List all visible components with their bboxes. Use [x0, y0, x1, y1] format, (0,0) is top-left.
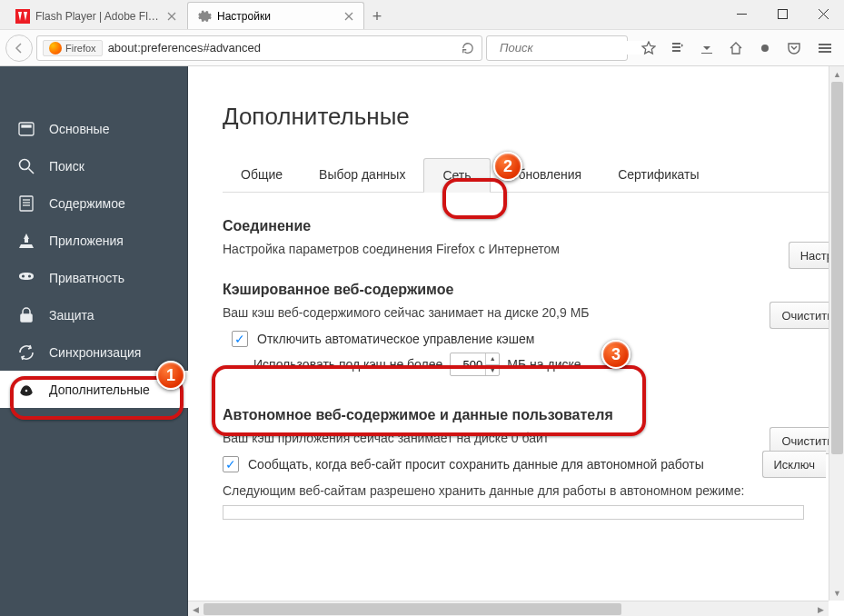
preferences-sidebar: Основные Поиск Содержимое Приложения При… — [0, 66, 188, 616]
sidebar-item-sync[interactable]: Синхронизация — [0, 333, 188, 371]
svg-rect-15 — [819, 44, 831, 45]
close-icon[interactable] — [342, 9, 356, 24]
section-offline: Автономное веб-содержимое и данные польз… — [223, 407, 844, 520]
svg-point-26 — [22, 274, 25, 277]
close-icon[interactable] — [164, 9, 179, 24]
sidebar-item-search[interactable]: Поиск — [0, 147, 188, 184]
search-icon — [16, 156, 36, 176]
new-tab-button[interactable]: + — [364, 4, 390, 29]
content-icon — [16, 194, 36, 214]
svg-rect-12 — [672, 46, 680, 48]
bookmark-star-icon[interactable] — [635, 35, 662, 61]
svg-point-14 — [761, 45, 769, 52]
search-bar[interactable] — [486, 35, 628, 61]
sidebar-item-label: Синхронизация — [49, 345, 141, 360]
section-cache: Кэшированное веб-содержимое Ваш кэш веб-… — [223, 282, 844, 376]
privacy-icon — [16, 268, 36, 288]
disable-cache-label: Отключить автоматическое управление кэше… — [257, 332, 534, 346]
home-icon[interactable] — [722, 35, 750, 61]
scrollbar-thumb[interactable] — [204, 603, 621, 615]
cache-limit-value[interactable] — [451, 358, 485, 372]
toolbar-actions — [631, 35, 808, 61]
downloads-icon[interactable] — [693, 35, 720, 61]
sidebar-item-security[interactable]: Защита — [0, 296, 188, 333]
lock-icon — [16, 305, 36, 325]
page-title: Дополнительные — [223, 103, 844, 131]
tab-general[interactable]: Общие — [223, 158, 301, 192]
notify-offline-checkbox[interactable]: ✓ — [223, 456, 239, 472]
tab-network[interactable]: Сеть — [423, 158, 490, 193]
section-desc: Настройка параметров соединения Firefox … — [223, 242, 826, 256]
offline-sites-listbox[interactable] — [223, 505, 804, 520]
url-bar[interactable]: Firefox about:preferences#advanced — [36, 35, 482, 61]
pocket-icon[interactable] — [780, 35, 808, 61]
svg-rect-18 — [19, 123, 34, 135]
svg-line-21 — [29, 168, 35, 174]
tab-data-choices[interactable]: Выбор данных — [301, 158, 423, 192]
search-input[interactable] — [500, 41, 653, 55]
tab-label: Flash Player | Adobe Flash ... — [35, 10, 161, 23]
sidebar-item-applications[interactable]: Приложения — [0, 222, 188, 259]
gear-icon — [197, 9, 212, 24]
window-controls — [721, 0, 844, 27]
stepper-down-icon[interactable]: ▼ — [486, 365, 499, 376]
svg-rect-22 — [20, 196, 33, 211]
sidebar-item-label: Основные — [49, 122, 109, 136]
sidebar-item-label: Приватность — [49, 271, 124, 285]
cache-limit-input[interactable]: ▲ ▼ — [450, 353, 500, 376]
exceptions-button[interactable]: Исключ — [762, 451, 827, 478]
section-title: Кэшированное веб-содержимое — [223, 282, 826, 298]
svg-point-27 — [28, 274, 31, 277]
svg-rect-11 — [672, 43, 680, 45]
addons-icon[interactable] — [751, 35, 779, 61]
section-desc: Ваш кэш веб-содержимого сейчас занимает … — [223, 305, 826, 320]
reload-button[interactable] — [456, 36, 480, 60]
hamburger-menu-button[interactable] — [811, 35, 839, 61]
close-button[interactable] — [803, 0, 844, 27]
identity-box[interactable]: Firefox — [43, 40, 103, 56]
svg-rect-13 — [672, 50, 680, 52]
svg-point-29 — [25, 389, 28, 392]
identity-label: Firefox — [65, 43, 96, 54]
section-connection: Соединение Настройка параметров соединен… — [223, 218, 844, 256]
svg-rect-19 — [22, 125, 31, 127]
scrollbar-thumb[interactable] — [831, 82, 843, 454]
preferences-content: Дополнительные Общие Выбор данных Сеть О… — [188, 66, 844, 616]
url-text[interactable]: about:preferences#advanced — [108, 41, 456, 55]
section-title: Соединение — [223, 218, 826, 234]
minimize-button[interactable] — [721, 0, 762, 27]
offline-sites-desc: Следующим веб-сайтам разрешено хранить д… — [223, 483, 826, 498]
horizontal-scrollbar[interactable]: ◀ ▶ — [188, 601, 829, 616]
vertical-scrollbar[interactable]: ▲ ▼ — [829, 66, 844, 601]
sidebar-item-advanced[interactable]: Дополнительные — [0, 371, 188, 408]
svg-rect-1 — [779, 9, 788, 18]
svg-rect-17 — [819, 51, 831, 53]
sidebar-item-label: Поиск — [49, 159, 84, 174]
tab-certificates[interactable]: Сертификаты — [600, 158, 717, 192]
section-title: Автономное веб-содержимое и данные польз… — [223, 407, 826, 423]
firefox-icon — [49, 42, 62, 55]
advanced-icon — [16, 380, 36, 400]
applications-icon — [16, 231, 36, 251]
browser-tab-strip: Flash Player | Adobe Flash ... Настройки… — [0, 0, 844, 30]
tab-label: Настройки — [217, 10, 338, 23]
advanced-tabs: Общие Выбор данных Сеть Обновления Серти… — [223, 158, 844, 193]
sidebar-item-content[interactable]: Содержимое — [0, 184, 188, 222]
svg-rect-16 — [819, 47, 831, 49]
disable-cache-checkbox[interactable]: ✓ — [232, 331, 248, 347]
sidebar-item-general[interactable]: Основные — [0, 110, 188, 147]
adobe-icon — [15, 9, 30, 24]
stepper-up-icon[interactable]: ▲ — [486, 353, 499, 365]
sidebar-item-label: Защита — [49, 308, 94, 323]
sidebar-item-label: Приложения — [49, 233, 124, 248]
tab-flash-player[interactable]: Flash Player | Adobe Flash ... — [5, 2, 187, 29]
back-button[interactable] — [5, 35, 33, 62]
sync-icon — [16, 343, 36, 363]
section-desc: Ваш кэш приложения сейчас занимает на ди… — [223, 431, 826, 445]
notify-offline-label: Сообщать, когда веб-сайт просит сохранит… — [248, 457, 704, 472]
tab-updates[interactable]: Обновления — [491, 158, 601, 192]
sidebar-item-privacy[interactable]: Приватность — [0, 259, 188, 296]
tab-settings[interactable]: Настройки — [187, 2, 364, 29]
bookmarks-list-icon[interactable] — [664, 35, 691, 61]
maximize-button[interactable] — [762, 0, 803, 27]
